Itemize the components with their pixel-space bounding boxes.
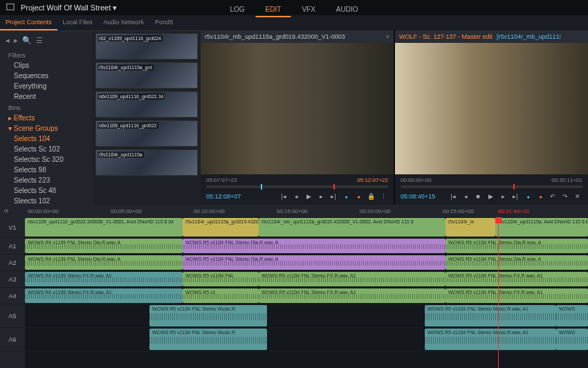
track-label-a3[interactable]: A3 [0,271,25,288]
timeline-clip[interactable]: r5v1104r_upd1115a, Avid DNxHD 115 8 bit [495,218,588,237]
filter-recent[interactable]: Recent [0,91,93,102]
mark-out-icon[interactable]: ⬥ [353,192,363,201]
timeline-clip[interactable]: r5v1104r_m [445,218,495,237]
close-icon[interactable]: × [386,33,389,40]
goto-start-icon[interactable]: |◂ [279,192,288,201]
mark-in-icon[interactable]: ⬥ [523,192,533,201]
project-title[interactable]: Project Wolf Of Wall Street ▾ [21,3,117,12]
bin-selects-223[interactable]: Selects 223 [0,175,93,185]
tab-local-files[interactable]: Local Files [57,15,98,30]
source-viewport[interactable] [201,43,394,174]
filter-clips[interactable]: Clips [0,60,93,71]
timeline-clip[interactable]: WOWS R4 v1109 FNL Stereo Dia.R.wav, A [25,239,183,253]
chevron-right-icon[interactable]: ▸ [14,36,18,45]
play-icon[interactable]: ▶ [304,192,313,201]
lock-icon[interactable]: 🔒 [366,192,376,201]
timeline-clip[interactable]: WOWS R5 v1104 FNL Stereo Dia.R.wav, A [183,239,445,253]
tab-edit[interactable]: EDIT [256,3,291,17]
timeline-track[interactable]: n6v1109_upd1116_grd022.345600_V1-0001, A… [25,217,588,238]
tab-vfx[interactable]: VFX [292,3,324,17]
step-fwd-icon[interactable]: ▸ [316,192,326,201]
timeline-clip[interactable]: WOWS R5 v1104 FNL Stereo FX.R.wav, A1 [445,272,588,286]
chevron-left-icon[interactable]: ◂ [6,36,10,45]
timeline-clip[interactable]: WOWS R5 v1104 FNL Stereo Music.R [149,329,267,350]
timeline-clip[interactable]: WOWS R4 v1109 Stereo FX.R.wav, A1 [25,288,183,303]
bin-selects-98[interactable]: Selects 98 [0,165,93,175]
sync-icon[interactable]: ⟳ [4,208,9,214]
tab-audio-network[interactable]: Audio Network [98,15,150,30]
bin-selects-48[interactable]: Selects Sc 48 [0,185,93,196]
timeline-clip[interactable]: WOWS R5 v1104 FNL Stereo Dia.R.wav, A [183,255,445,270]
tab-project-contents[interactable]: Project Contents [0,15,57,30]
bin-effects[interactable]: ▸ Effects [0,113,93,123]
timeline-clip[interactable]: WOWS R4 v1109 Stereo FX.R.wav, A1 [25,272,183,286]
thumbnail-clip[interactable]: r5v1104r_upd1115a_grd [95,62,198,89]
timeline-clip[interactable]: WOWS R4 v1109 FNL Stereo Dia.R.wav, A [25,255,183,270]
timeline-clip[interactable]: WOWS [556,305,588,326]
timeline-track[interactable]: WOWS R4 v1109 FNL Stereo Dia.R.wav, AWOW… [25,255,588,271]
timeline-clip[interactable]: n6v1109_upd1116_grd022.345600_V1-0001, A… [25,218,183,237]
redo-icon[interactable]: ↷ [560,192,570,201]
timeline-clip[interactable]: WOWS R5 v1104 FNL [183,272,259,286]
timeline-clip[interactable]: WOWS R5 v1104 FNL Stereo FX.R.wav, A1 [445,288,588,303]
bin-selects-320[interactable]: Selectsc Sc 320 [0,154,93,165]
timeline-track[interactable]: WOWS R5 v1104 FNL Stereo Music.RWOWS R5 … [25,304,588,328]
record-seq-subtitle: [r5v1104r_mb_upd111! [497,33,561,40]
timeline-clip[interactable]: WOWS R5 v1 [183,288,259,303]
bin-scene-groups[interactable]: ▾ Scene Groups [0,123,93,134]
goto-end-icon[interactable]: ▸| [329,192,338,201]
source-scrubber[interactable] [206,185,388,188]
track-label-a1[interactable]: A1 [0,238,25,255]
timeline-clip[interactable]: WOWS R5 v1104 FNL Stereo Dia.R.wav, A [445,239,588,253]
timeline-track[interactable]: WOWS R4 v1109 FNL Stereo Dia.R.wav, AWOW… [25,238,588,255]
track-label-a6[interactable]: A6 [0,328,25,351]
timeline-clip[interactable]: WOWS R5 v1104 FNL Stereo FX.R.wav, A1 [259,288,445,303]
list-view-icon[interactable]: ☰ [36,36,43,45]
thumbnail-clip[interactable]: r02_v1109_upd1116_grd024 [95,33,198,59]
playhead[interactable] [498,217,499,368]
source-clip-title: r5v1104r_mb_upd1115a_grd019.432000_V1-00… [205,33,345,40]
goto-end-icon[interactable]: ▸| [511,192,520,201]
track-label-v1[interactable]: V1 [0,217,25,238]
step-fwd-icon[interactable]: ▸ [498,192,508,201]
more-icon[interactable]: ⋮ [378,192,388,201]
filter-everything[interactable]: Everything [0,81,93,91]
bin-selects-102[interactable]: Selects Sc 102 [0,144,93,154]
record-scrubber[interactable] [401,185,582,188]
delete-icon[interactable]: ✕ [573,192,582,201]
step-back-icon[interactable]: ◂ [291,192,301,201]
timeline-track[interactable]: WOWS R4 v1109 Stereo FX.R.wav, A1WOWS R5… [25,271,588,288]
timeline-clip[interactable]: WOWS [556,329,588,350]
timeline-clip[interactable]: WOWS R5 v1104 FNL Stereo Music.R.wav, A1 [425,329,556,350]
tab-pond5[interactable]: Pond5 [149,15,178,30]
mark-out-icon[interactable]: ⬥ [535,192,545,201]
track-label-a2[interactable]: A2 [0,255,25,271]
mark-in-icon[interactable]: ⬥ [341,192,351,201]
timeline-track[interactable]: WOWS R4 v1109 Stereo FX.R.wav, A1WOWS R5… [25,288,588,304]
timeline-clip[interactable]: r5v1104r_mb_upd1115a_grd019.432000_V1-00… [259,218,445,237]
search-icon[interactable]: 🔍 [22,36,32,45]
goto-start-icon[interactable]: |◂ [448,192,458,201]
timeline-clip[interactable]: WOWS R5 v1104 FNL Stereo Music.R.wav, A1 [425,305,556,326]
record-viewport[interactable] [395,43,588,174]
timeline-clip[interactable]: WOWS R5 v1104 FNL Stereo Dia.R.wav, A [445,255,588,270]
thumbnail-clip[interactable]: n6v1109_upd1116_grd022.34 [95,91,198,118]
timeline-track[interactable]: WOWS R5 v1104 FNL Stereo Music.RWOWS R5 … [25,328,588,351]
step-back-icon[interactable]: ◂ [461,192,470,201]
bin-selects-104[interactable]: Selects 104 [0,134,93,144]
timeline-clip[interactable]: WOWS R5 v1104 FNL Stereo Music.R [149,305,267,326]
tab-audio[interactable]: AUDIO [327,3,368,17]
stop-icon[interactable]: ■ [473,192,483,201]
tab-log[interactable]: LOG [220,3,254,17]
filter-sequences[interactable]: Sequences [0,71,93,81]
thumbnail-clip[interactable]: n6v1109_upd1116_grd022 [95,120,198,147]
undo-icon[interactable]: ↶ [548,192,558,201]
timeline-clip[interactable]: r5v1104r_upd1115a_grd019.432000_V [183,218,259,237]
timeline-clip[interactable]: WOWS R5 v1104 FNL Stereo FX.R.wav, A1 [259,272,445,286]
track-label-a4[interactable]: A4 [0,288,25,304]
track-label-a5[interactable]: A5 [0,304,25,328]
record-tc-out: 00:35:11+01 [551,177,582,183]
timeline-ruler[interactable]: ⟳ 00:00:00+00 00:05:00+00 00:10:00+00 00… [0,205,588,217]
thumbnail-clip[interactable]: r5v1104r_upd1115a [95,149,198,176]
play-icon[interactable]: ▶ [486,192,495,201]
